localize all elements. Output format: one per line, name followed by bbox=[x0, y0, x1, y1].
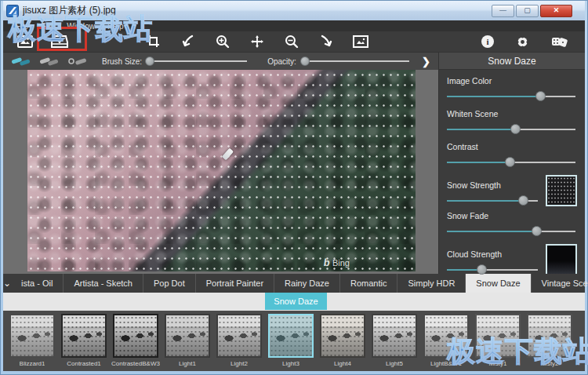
preset-thumbnail-image[interactable] bbox=[61, 314, 107, 358]
filter-tab[interactable]: Romantic bbox=[340, 274, 397, 293]
effect-slider[interactable] bbox=[447, 226, 577, 237]
preset-thumbnail[interactable]: Contrasted1 bbox=[60, 314, 108, 367]
slider-thumb[interactable] bbox=[510, 124, 521, 134]
preset-thumbnail-label: Contrasted1 bbox=[67, 360, 101, 367]
effect-slider[interactable] bbox=[447, 264, 539, 275]
slider-thumb[interactable] bbox=[532, 226, 542, 236]
opacity-thumb[interactable] bbox=[300, 56, 310, 66]
edited-photo[interactable]: b Bing bbox=[27, 70, 416, 271]
selection-tint bbox=[270, 315, 312, 356]
zoom-in-icon bbox=[216, 35, 230, 49]
chevron-down-icon[interactable]: ⌄ bbox=[3, 274, 11, 293]
preset-thumbnail-image[interactable] bbox=[527, 314, 572, 358]
slider-thumb[interactable] bbox=[477, 264, 487, 275]
undo-button[interactable] bbox=[179, 34, 198, 49]
preset-thumbnail-label: Light2 bbox=[230, 360, 248, 367]
effect-slider[interactable] bbox=[447, 157, 577, 168]
preset-thumbnail[interactable]: Light4 bbox=[318, 314, 367, 367]
filter-tab[interactable]: Vintage Scene bbox=[532, 274, 588, 293]
opacity-slider[interactable] bbox=[301, 56, 409, 67]
effect-slider-row: Contrast bbox=[447, 142, 577, 168]
brush-size-label: Brush Size: bbox=[102, 57, 142, 66]
filter-tab[interactable]: Rainy Daze bbox=[274, 274, 340, 293]
move-button[interactable] bbox=[248, 34, 267, 49]
preset-thumbnail[interactable]: Light2 bbox=[215, 314, 263, 367]
gear-icon bbox=[516, 35, 529, 49]
texture-preview[interactable] bbox=[546, 244, 577, 275]
preset-thumbnail[interactable]: Light5 bbox=[370, 314, 419, 367]
slider-track bbox=[447, 96, 575, 97]
effect-slider-row: Snow Strength bbox=[447, 175, 577, 206]
preset-thumbnail-image[interactable] bbox=[113, 314, 158, 358]
slider-thumb[interactable] bbox=[518, 195, 528, 206]
info-button[interactable]: i bbox=[481, 35, 494, 48]
slider-thumb[interactable] bbox=[505, 157, 515, 167]
effect-slider[interactable] bbox=[447, 91, 577, 102]
preset-thumbnail[interactable]: Blizzard1 bbox=[8, 314, 56, 367]
zoom-out-icon bbox=[285, 35, 299, 49]
preset-thumbnail-image[interactable] bbox=[320, 314, 365, 358]
texture-preview[interactable] bbox=[546, 175, 577, 206]
open-image-button[interactable] bbox=[16, 34, 34, 49]
redo-button[interactable] bbox=[317, 34, 336, 49]
preset-thumbnail-label: Misty1 bbox=[488, 360, 506, 367]
blue-brush-tool-icon[interactable] bbox=[11, 56, 31, 67]
filter-tab[interactable]: Snow Daze bbox=[466, 274, 531, 293]
preset-tooltip: Snow Daze bbox=[265, 293, 327, 310]
brush-size-thumb[interactable] bbox=[145, 56, 154, 66]
tooltip-strip: Snow Daze bbox=[3, 293, 585, 311]
slider-thumb[interactable] bbox=[535, 91, 546, 101]
dot-brush-tool-icon[interactable] bbox=[67, 56, 88, 67]
preset-thumbnail[interactable]: Light3 bbox=[267, 314, 315, 367]
preset-thumbnail[interactable]: LightB&W1 bbox=[422, 314, 470, 367]
preset-filmstrip: Blizzard1 Contrasted1 ContrastedB&W3 bbox=[3, 311, 585, 371]
settings-button[interactable] bbox=[513, 34, 532, 49]
chevron-right-icon[interactable]: ❯ bbox=[422, 56, 430, 67]
menu-item[interactable]: Edit bbox=[34, 22, 60, 31]
zoom-out-button[interactable] bbox=[282, 34, 301, 49]
crop-button[interactable] bbox=[144, 34, 163, 49]
preset-thumbnail-image[interactable] bbox=[268, 314, 314, 358]
preset-thumbnail-image[interactable] bbox=[165, 314, 210, 358]
preset-thumbnail[interactable]: Light1 bbox=[163, 314, 212, 367]
filter-tab[interactable]: ista - Oil bbox=[11, 274, 64, 293]
filter-tab[interactable]: Simply HDR bbox=[397, 274, 466, 293]
filter-tab[interactable]: Pop Dot bbox=[143, 274, 196, 293]
effect-slider-row: Snow Fade bbox=[447, 211, 577, 237]
preset-thumbnail-image[interactable] bbox=[216, 314, 262, 358]
maximize-button[interactable]: ▢ bbox=[516, 5, 539, 17]
effect-slider[interactable] bbox=[447, 195, 539, 206]
slider-label: Snow Fade bbox=[447, 211, 577, 220]
preset-thumbnail-image[interactable] bbox=[423, 314, 469, 358]
save-button[interactable] bbox=[50, 34, 69, 49]
preset-thumbnail[interactable]: Misty1 bbox=[474, 314, 522, 367]
panel-title: Snow Daze bbox=[439, 53, 585, 70]
minimize-button[interactable]: — bbox=[492, 5, 514, 17]
menu-item[interactable]: Help bbox=[101, 22, 130, 31]
menu-item[interactable]: Window bbox=[60, 22, 101, 31]
app-window: jisuxz 图片素材 (5).jpg — ▢ ✕ File Edit Wind… bbox=[0, 0, 588, 375]
brush-size-slider[interactable] bbox=[147, 56, 247, 67]
zoom-in-button[interactable] bbox=[213, 34, 232, 49]
preview-button[interactable] bbox=[351, 34, 370, 49]
app-logo-icon bbox=[6, 5, 19, 17]
preset-thumbnail-image[interactable] bbox=[475, 314, 521, 358]
preset-thumbnail-image[interactable] bbox=[9, 314, 55, 358]
preset-thumbnail[interactable]: ContrastedB&W3 bbox=[111, 314, 160, 367]
opacity-track bbox=[301, 60, 409, 62]
filter-tab[interactable]: Portrait Painter bbox=[196, 274, 274, 293]
gray-brush-tool-icon[interactable] bbox=[39, 56, 60, 67]
preview-image-icon bbox=[353, 35, 368, 48]
preset-thumbnail[interactable]: Misty2 bbox=[525, 314, 574, 367]
close-button[interactable]: ✕ bbox=[540, 5, 572, 17]
randomize-button[interactable] bbox=[550, 34, 569, 49]
preset-thumbnail-label: Light1 bbox=[179, 360, 196, 367]
menu-item[interactable]: File bbox=[9, 22, 34, 31]
filter-tab[interactable]: Artista - Sketch bbox=[64, 274, 143, 293]
effect-slider-row: Cloud Strength bbox=[447, 244, 577, 275]
effect-slider[interactable] bbox=[447, 124, 577, 135]
preset-thumbnail-label: Light4 bbox=[334, 360, 351, 367]
undo-icon bbox=[181, 35, 195, 49]
preset-thumbnail-image[interactable] bbox=[372, 314, 417, 358]
slider-label: Cloud Strength bbox=[447, 249, 539, 259]
